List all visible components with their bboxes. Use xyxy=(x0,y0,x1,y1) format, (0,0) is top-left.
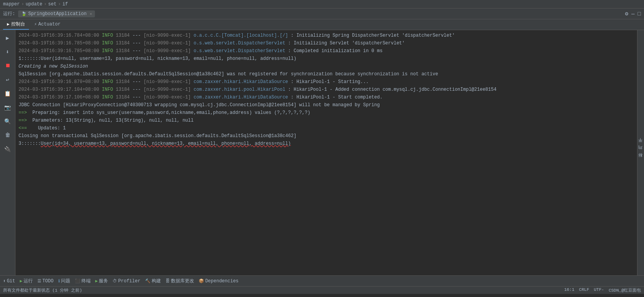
db-icon: 🗄 xyxy=(166,278,170,283)
toolbar-run-label: 运行 xyxy=(24,278,33,284)
toolbar-db-label: 数据库更改 xyxy=(171,278,194,284)
toolbar-profiler[interactable]: ⏱ Profiler xyxy=(113,278,140,284)
updates-msg: Updates: 1 xyxy=(27,125,66,132)
run-tab[interactable]: 🍃 SpringbootApplication ✕ xyxy=(18,10,95,17)
class-3: o.s.web.servlet.DispatcherServlet xyxy=(194,48,286,54)
ts-9: 2024-03-19T16:39:17.106+08:00 xyxy=(19,94,99,101)
settings-icon[interactable]: ⚙ xyxy=(625,10,628,17)
sidebar-down-icon[interactable]: ⬇ xyxy=(2,46,14,58)
todo-icon: ☰ xyxy=(37,278,41,283)
run-label: 运行: xyxy=(3,10,15,17)
tab-actuator[interactable]: ⚡ Actuator xyxy=(30,20,64,29)
console-area[interactable]: 2024-03-19T16:39:16.784+08:00 INFO 13184… xyxy=(15,30,637,275)
tab-console[interactable]: ▶ 控制台 xyxy=(3,19,29,30)
msg-8: : HikariPool-1 - Added connection com.my… xyxy=(285,86,496,93)
sidebar-stop-icon[interactable]: ⏹ xyxy=(2,59,14,72)
git-icon: ⬆ xyxy=(3,278,6,283)
params-msg: Parameters: 13(String), null, 13(String)… xyxy=(27,117,194,124)
sidebar-search-icon[interactable]: 🔍 xyxy=(2,115,14,127)
breadcrumb-if[interactable]: if xyxy=(63,2,68,7)
console-icon: ▶ xyxy=(7,22,10,27)
breadcrumb-mapper[interactable]: mapper xyxy=(3,2,20,7)
class-1: o.a.c.c.C.[Tomcat].[localhost].[/] xyxy=(194,32,288,39)
thread-8: [nio-9090-exec-1] xyxy=(144,86,191,93)
toolbar-profiler-label: Profiler xyxy=(118,278,140,284)
right-panel: 平 均 标 xyxy=(637,30,644,275)
build-icon: 🔨 xyxy=(145,278,150,283)
deps-icon: 📦 xyxy=(199,278,204,283)
toolbar-services-label: 服务 xyxy=(99,278,108,284)
jdbc-msg: JDBC Connection [HikariProxyConnection@7… xyxy=(19,102,380,109)
bottom-toolbar: ⬆ Git ▶ 运行 ☰ TODO ℹ 问题 ⬛ 终端 ▶ 服务 ⏱ Profi… xyxy=(0,275,644,286)
status-csdn: CSDN_@红豆面包 xyxy=(609,287,641,293)
toolbar-services[interactable]: ▶ 服务 xyxy=(95,278,108,284)
breadcrumb-sep-3: › xyxy=(58,2,61,7)
user-line-2: 3:::::::User(id=34, username=13, passwor… xyxy=(19,140,291,147)
level-9: INFO xyxy=(102,94,113,101)
toolbar-dependencies[interactable]: 📦 Dependencies xyxy=(199,278,238,284)
sidebar-trash-icon[interactable]: 🗑 xyxy=(2,129,14,141)
thread-2: [nio-9090-exec-1] xyxy=(144,40,191,47)
minimize-icon[interactable]: — xyxy=(631,11,634,17)
class-7: com.zaxxer.hikari.HikariDataSource xyxy=(194,78,288,85)
log-line-8: 2024-03-19T16:39:17.104+08:00 INFO 13184… xyxy=(15,86,637,93)
level-1: INFO xyxy=(102,32,113,39)
sidebar-run-icon[interactable]: ▶ xyxy=(2,32,14,44)
arrow-preparing: ==> xyxy=(19,109,27,116)
toolbar-issues-label: 问题 xyxy=(61,278,70,284)
class-2: o.s.web.servlet.DispatcherServlet xyxy=(194,40,286,47)
log-line-updates: <== Updates: 1 xyxy=(15,124,637,132)
run-bar: 运行: 🍃 SpringbootApplication ✕ ⚙ — □ xyxy=(0,8,644,19)
level-7: INFO xyxy=(102,78,113,85)
toolbar-terminal-label: 终端 xyxy=(81,278,91,284)
toolbar-todo[interactable]: ☰ TODO xyxy=(37,278,54,284)
sidebar-plugin-icon[interactable]: 🔌 xyxy=(2,143,14,155)
squiggly-text: User(id=34, username=13, password=null, … xyxy=(41,141,291,146)
sidebar-camera-icon[interactable]: 📷 xyxy=(2,101,14,114)
pid-3: 13184 xyxy=(116,48,130,54)
toolbar-deps-label: Dependencies xyxy=(205,278,238,284)
ts-3: 2024-03-19T16:39:16.785+08:00 xyxy=(19,48,99,54)
toolbar-issues[interactable]: ℹ 问题 xyxy=(58,278,70,284)
user-line-1: 1:::::::User(id=null, username=13, passw… xyxy=(19,55,296,62)
tab-console-label: 控制台 xyxy=(11,21,25,27)
toolbar-git-label: Git xyxy=(7,278,15,284)
log-line-user2: 3:::::::User(id=34, username=13, passwor… xyxy=(15,140,637,148)
log-line-sqlsession: SqlSession [org.apache.ibatis.session.de… xyxy=(15,70,637,78)
toolbar-git[interactable]: ⬆ Git xyxy=(3,278,15,284)
creating-msg: Creating a new SqlSession xyxy=(19,63,88,70)
maximize-icon[interactable]: □ xyxy=(638,11,641,17)
thread-3: [nio-9090-exec-1] xyxy=(144,48,191,54)
sidebar-copy-icon[interactable]: 📋 xyxy=(2,87,14,100)
toolbar-run[interactable]: ▶ 运行 xyxy=(20,278,33,284)
main-layout: ▶ ⬇ ⏹ ↩ 📋 📷 🔍 🗑 🔌 2024-03-19T16:39:16.78… xyxy=(0,30,644,275)
log-line-params: ==> Parameters: 13(String), null, 13(Str… xyxy=(15,117,637,124)
arrow-params: ==> xyxy=(19,117,27,124)
pid-9: 13184 xyxy=(116,94,130,101)
tab-actuator-label: Actuator xyxy=(38,22,61,27)
level-2: INFO xyxy=(102,40,113,47)
breadcrumb-set[interactable]: set xyxy=(48,2,57,7)
top-right-icons: ⚙ — □ xyxy=(625,10,641,17)
msg-3: : Completed initialization in 0 ms xyxy=(285,48,382,54)
breadcrumb-bar: mapper › update › set › if xyxy=(0,0,644,8)
actuator-icon: ⚡ xyxy=(34,22,37,27)
breadcrumb-update[interactable]: update xyxy=(25,2,42,7)
log-line-7: 2024-03-19T16:39:16.870+08:00 INFO 13184… xyxy=(15,78,637,86)
class-9: com.zaxxer.hikari.HikariDataSource xyxy=(194,94,288,101)
log-line-9: 2024-03-19T16:39:17.106+08:00 INFO 13184… xyxy=(15,93,637,101)
sidebar-rerun-icon[interactable]: ↩ xyxy=(2,73,14,86)
breadcrumb-sep-2: › xyxy=(44,2,47,7)
toolbar-terminal[interactable]: ⬛ 终端 xyxy=(75,278,91,284)
toolbar-build[interactable]: 🔨 构建 xyxy=(145,278,161,284)
thread-7: [nio-9090-exec-1] xyxy=(144,78,191,85)
terminal-icon: ⬛ xyxy=(75,278,80,283)
toolbar-db-changes[interactable]: 🗄 数据库更改 xyxy=(166,278,194,284)
msg-1: : Initializing Spring DispatcherServlet … xyxy=(288,32,455,39)
run-tab-close[interactable]: ✕ xyxy=(90,12,92,16)
status-bar: 所有文件都处于最新状态 (1 分钟 之前) 16:1 CRLF UTF- CSD… xyxy=(0,286,644,294)
log-line-3: 2024-03-19T16:39:16.785+08:00 INFO 13184… xyxy=(15,47,637,55)
run-icon: ▶ xyxy=(20,278,22,283)
issues-icon: ℹ xyxy=(58,278,60,283)
thread-9: [nio-9090-exec-1] xyxy=(144,94,191,101)
